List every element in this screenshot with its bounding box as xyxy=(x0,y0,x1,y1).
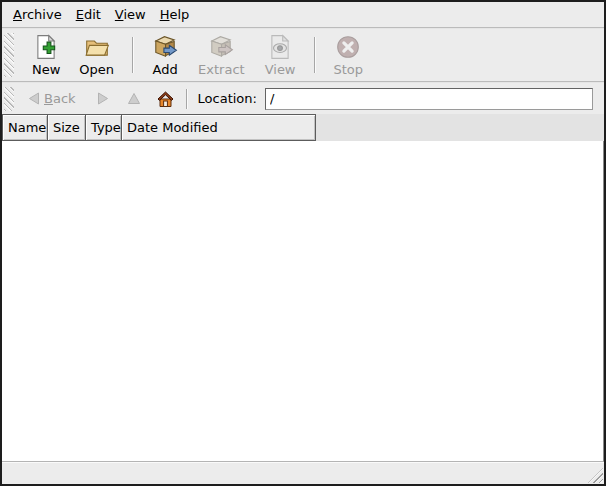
home-icon xyxy=(157,91,174,107)
toolbar-separator-1 xyxy=(132,37,134,73)
extract-button[interactable]: Extract xyxy=(190,31,253,79)
file-list-area[interactable] xyxy=(2,141,604,462)
menu-help[interactable]: Help xyxy=(153,4,197,25)
toolbar-drag-handle[interactable] xyxy=(4,33,14,77)
main-toolbar: New Open Add xyxy=(2,29,604,81)
open-button-label: Open xyxy=(79,62,114,77)
new-button-label: New xyxy=(32,62,60,77)
stop-button-label: Stop xyxy=(334,62,364,77)
up-icon xyxy=(127,92,141,105)
locationbar-drag-handle[interactable] xyxy=(4,87,14,111)
forward-button[interactable] xyxy=(90,88,115,109)
back-icon xyxy=(28,92,41,105)
up-button[interactable] xyxy=(121,88,147,109)
resize-grip[interactable] xyxy=(588,468,603,483)
new-button[interactable]: New xyxy=(24,31,68,79)
add-button[interactable]: Add xyxy=(144,31,186,79)
add-files-icon xyxy=(152,34,178,60)
forward-icon xyxy=(96,92,109,105)
menu-bar: Archive Edit View Help xyxy=(2,2,604,27)
archive-manager-window: { "menu": { "items": [ { "label": "Archi… xyxy=(0,0,606,486)
locationbar-separator xyxy=(186,89,188,109)
back-button[interactable]: Back xyxy=(22,87,82,110)
stop-icon xyxy=(335,34,361,60)
open-button[interactable]: Open xyxy=(71,31,122,79)
column-header-date-modified[interactable]: Date Modified xyxy=(122,114,316,141)
column-header-type[interactable]: Type xyxy=(86,114,122,141)
column-header-name[interactable]: Name xyxy=(2,114,48,141)
view-button-label: View xyxy=(265,62,296,77)
extract-icon xyxy=(208,34,234,60)
column-header-filler xyxy=(316,114,604,141)
extract-button-label: Extract xyxy=(198,62,245,77)
stop-button[interactable]: Stop xyxy=(326,31,372,79)
column-header-size[interactable]: Size xyxy=(48,114,86,141)
view-button[interactable]: View xyxy=(257,31,304,79)
back-button-label: Back xyxy=(44,91,76,106)
add-button-label: Add xyxy=(153,62,178,77)
column-header-row: Name Size Type Date Modified xyxy=(2,114,604,141)
status-bar xyxy=(2,462,604,484)
menu-edit[interactable]: Edit xyxy=(69,4,108,25)
location-toolbar: Back Location: xyxy=(2,83,604,114)
menu-archive[interactable]: Archive xyxy=(6,4,69,25)
menu-view[interactable]: View xyxy=(108,4,153,25)
view-file-icon xyxy=(267,34,293,60)
location-input[interactable] xyxy=(265,88,593,110)
status-text xyxy=(2,463,604,469)
home-button[interactable] xyxy=(151,87,180,111)
location-label: Location: xyxy=(198,91,257,106)
open-archive-icon xyxy=(84,34,110,60)
toolbar-separator-2 xyxy=(314,37,316,73)
new-archive-icon xyxy=(33,34,59,60)
